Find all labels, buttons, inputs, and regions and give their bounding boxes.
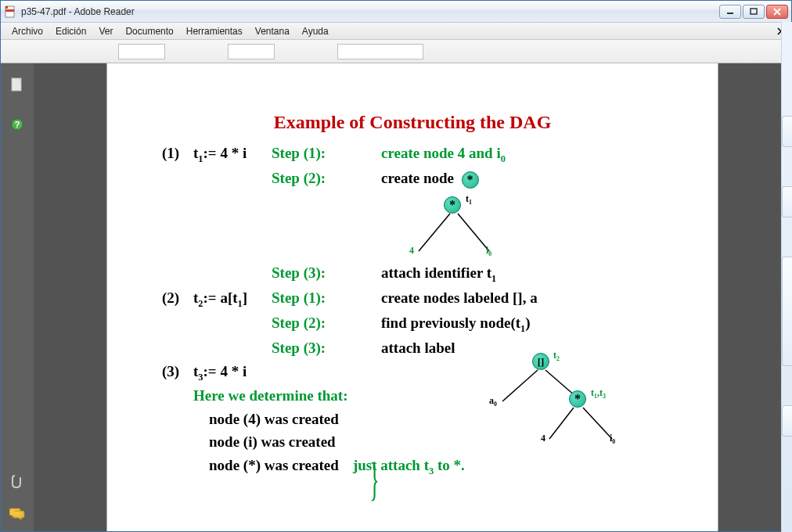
- code-text: t1:= 4 * i: [193, 142, 272, 167]
- step-label: Step (3):: [272, 336, 381, 359]
- pdf-icon: [4, 5, 16, 18]
- svg-line-12: [458, 214, 489, 251]
- svg-line-11: [419, 214, 450, 251]
- menu-archivo[interactable]: Archivo: [5, 24, 49, 38]
- minimize-button[interactable]: [719, 5, 741, 19]
- code-text: t3:= 4 * i: [193, 360, 272, 385]
- desc-text: create node *: [381, 167, 479, 189]
- svg-line-16: [583, 408, 612, 439]
- menus: Archivo Edición Ver Documento Herramient…: [5, 24, 335, 38]
- comments-icon[interactable]: [9, 506, 25, 522]
- desc-text: create node 4 and i0: [381, 142, 506, 167]
- content-area: ? Example of Constructing the DAG (1) t1…: [1, 63, 791, 531]
- line-number: (3): [162, 360, 193, 385]
- tree-diagram-1: * t1 4 i0: [381, 196, 522, 267]
- dock-tab[interactable]: [782, 186, 792, 217]
- svg-rect-1: [5, 9, 14, 12]
- menu-ver[interactable]: Ver: [92, 24, 119, 38]
- side-rail: ?: [1, 63, 34, 531]
- document-page: Example of Constructing the DAG (1) t1:=…: [107, 63, 718, 531]
- right-dock-strip: [781, 22, 792, 532]
- tree-leaf: 4: [409, 245, 414, 257]
- tree-leaf: i0: [486, 245, 491, 257]
- menu-ayuda[interactable]: Ayuda: [296, 24, 335, 38]
- here-text: Here we determine that:: [193, 384, 348, 407]
- note-text: node (4) was created: [209, 408, 339, 430]
- tree-label: t1,t3: [591, 387, 606, 400]
- menu-documento[interactable]: Documento: [119, 24, 179, 38]
- menu-edicion[interactable]: Edición: [49, 24, 92, 38]
- desc-text: attach label: [381, 336, 455, 359]
- step-label: Step (1):: [272, 142, 381, 167]
- svg-line-14: [545, 370, 575, 396]
- step-label: Step (1):: [272, 286, 381, 311]
- window-controls: [719, 5, 788, 19]
- menubar: Archivo Edición Ver Documento Herramient…: [1, 23, 791, 40]
- dock-tab[interactable]: [782, 257, 792, 366]
- note-text: node (i) was created: [209, 430, 336, 453]
- line-number: (2): [162, 286, 193, 311]
- svg-text:?: ?: [15, 120, 20, 129]
- tree-leaf: a0: [489, 395, 497, 408]
- desc-text: find previously node(t1): [381, 311, 531, 336]
- code-text: t2:= a[t1]: [193, 286, 272, 311]
- tree-leaf: i0: [610, 433, 615, 445]
- pages-panel-icon[interactable]: [9, 77, 25, 93]
- side-rail-bottom: [1, 473, 34, 522]
- tree-diagram-2: [] t2 a0 * t1,t3 4 i0: [459, 353, 632, 455]
- tree-label: t1: [466, 193, 472, 206]
- toolbar-field-3[interactable]: [337, 44, 423, 59]
- svg-line-13: [502, 370, 538, 401]
- step-label: Step (2):: [272, 167, 381, 189]
- window-title: p35-47.pdf - Adobe Reader: [21, 6, 719, 17]
- svg-line-15: [549, 408, 574, 439]
- toolbar-field-2[interactable]: [228, 44, 275, 59]
- node-star-icon: *: [462, 171, 479, 189]
- app-window: p35-47.pdf - Adobe Reader Archivo Edició…: [0, 0, 792, 532]
- step-label: Step (2):: [272, 311, 381, 336]
- svg-rect-3: [751, 9, 757, 14]
- dock-tab[interactable]: [782, 405, 792, 437]
- step-label: Step (3):: [272, 261, 381, 286]
- node-star-icon: *: [569, 390, 586, 408]
- brace-icon: }: [369, 452, 379, 505]
- attachments-icon[interactable]: [9, 473, 25, 489]
- tree-leaf: 4: [541, 433, 545, 444]
- toolbar-field-1[interactable]: [118, 44, 165, 59]
- node-star-icon: *: [444, 196, 461, 214]
- titlebar: p35-47.pdf - Adobe Reader: [1, 1, 791, 23]
- node-bracket-icon: []: [532, 353, 549, 370]
- menu-herramientas[interactable]: Herramientas: [180, 24, 249, 38]
- page-viewport[interactable]: Example of Constructing the DAG (1) t1:=…: [34, 63, 791, 531]
- dock-tab[interactable]: [782, 116, 792, 147]
- toolbar: [1, 40, 791, 63]
- menu-ventana[interactable]: Ventana: [249, 24, 296, 38]
- doc-title: Example of Constructing the DAG: [107, 112, 718, 133]
- maximize-button[interactable]: [743, 5, 765, 19]
- close-button[interactable]: [766, 5, 788, 19]
- note-text: node (*) was created: [209, 454, 339, 479]
- desc-text: create nodes labeled [], a: [381, 286, 538, 311]
- tree-label: t2: [553, 350, 560, 362]
- help-icon[interactable]: ?: [9, 117, 25, 132]
- line-number: (1): [162, 142, 193, 167]
